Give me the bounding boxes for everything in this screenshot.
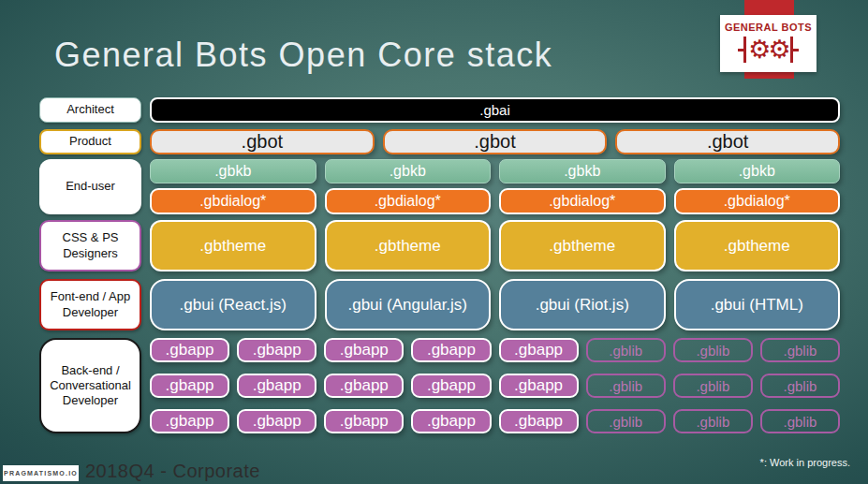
gbai-box: .gbai <box>150 97 840 123</box>
gbtheme-box: .gbtheme <box>674 220 841 271</box>
row-end-user: End-user .gbkb .gbkb .gbkb .gbkb .gbdial… <box>39 159 840 214</box>
gbapp-box: .gbapp <box>237 374 316 398</box>
gbkb-box: .gbkb <box>499 159 666 183</box>
pragmatismo-logo: PRAGMATISMO.IO <box>3 465 79 481</box>
gblib-box: .gblib <box>760 409 840 433</box>
row-frontend: Font-end / App Developer .gbui (React.js… <box>39 279 840 330</box>
gear-axle-right-icon <box>790 37 799 63</box>
gear-icon: ⚙ <box>769 36 788 64</box>
gbapp-box: .gbapp <box>150 409 229 433</box>
row-architect: Architect .gbai <box>39 97 840 123</box>
row-label-designers: CSS & PS Designers <box>39 220 141 271</box>
gbapp-box: .gbapp <box>237 409 316 433</box>
gbui-box: .gbui (React.js) <box>150 279 316 330</box>
gbapp-box: .gbapp <box>150 374 229 398</box>
gbkb-box: .gbkb <box>150 159 316 183</box>
slide-caption: 2018Q4 - Corporate <box>85 461 260 482</box>
gbdialog-box: .gbdialog* <box>325 188 492 214</box>
gblib-box: .gblib <box>760 374 840 398</box>
gears-icon: ⚙ ⚙ <box>738 34 798 66</box>
gbapp-box: .gbapp <box>499 338 579 362</box>
gbapp-box: .gbapp <box>150 338 229 362</box>
gbapp-box: .gbapp <box>499 409 579 433</box>
gbui-box: .gbui (Riot.js) <box>499 279 666 330</box>
gbot-box: .gbot <box>150 129 375 154</box>
logo-text: GENERAL BOTS <box>725 22 812 33</box>
gbapp-box: .gbapp <box>324 374 404 398</box>
gbdialog-box: .gbdialog* <box>150 188 316 214</box>
row-label-backend: Back-end / Conversational Developer <box>39 338 141 433</box>
gblib-box: .gblib <box>760 338 840 362</box>
row-backend: Back-end / Conversational Developer .gba… <box>39 338 840 433</box>
gbapp-box: .gbapp <box>237 338 316 362</box>
gbkb-box: .gbkb <box>674 159 841 183</box>
gblib-box: .gblib <box>673 409 753 433</box>
gbui-box: .gbui (Angular.js) <box>325 279 492 330</box>
page-title: General Bots Open Core stack <box>54 36 552 75</box>
gbtheme-box: .gbtheme <box>150 220 316 271</box>
gbapp-box: .gbapp <box>499 374 579 398</box>
gear-icon: ⚙ <box>748 36 768 64</box>
gbot-box: .gbot <box>383 129 608 154</box>
slide: GENERAL BOTS ⚙ ⚙ General Bots Open Core … <box>0 0 868 484</box>
gbapp-box: .gbapp <box>411 338 491 362</box>
gbui-box: .gbui (HTML) <box>674 279 841 330</box>
row-label-architect: Architect <box>39 97 141 123</box>
gbtheme-box: .gbtheme <box>325 220 492 271</box>
gblib-box: .gblib <box>673 338 753 362</box>
row-designers: CSS & PS Designers .gbtheme .gbtheme .gb… <box>39 220 840 271</box>
gear-axle-left-icon <box>738 37 746 63</box>
work-in-progress-note: *: Work in progress. <box>760 457 850 468</box>
gbapp-box: .gbapp <box>411 409 491 433</box>
row-label-end-user: End-user <box>39 159 141 214</box>
gbdialog-box: .gbdialog* <box>674 188 841 214</box>
gblib-box: .gblib <box>673 374 753 398</box>
gbtheme-box: .gbtheme <box>499 220 666 271</box>
gblib-box: .gblib <box>586 409 666 433</box>
row-label-product: Product <box>39 129 141 154</box>
row-product: Product .gbot .gbot .gbot <box>39 129 840 154</box>
gbapp-box: .gbapp <box>324 338 404 362</box>
gbkb-box: .gbkb <box>325 159 492 183</box>
gbapp-box: .gbapp <box>324 409 404 433</box>
gbdialog-box: .gbdialog* <box>499 188 666 214</box>
gbot-box: .gbot <box>615 129 840 154</box>
gblib-box: .gblib <box>586 374 666 398</box>
general-bots-logo: GENERAL BOTS ⚙ ⚙ <box>720 15 817 72</box>
gblib-box: .gblib <box>586 338 666 362</box>
gbapp-box: .gbapp <box>411 374 491 398</box>
row-label-frontend: Font-end / App Developer <box>39 279 141 330</box>
